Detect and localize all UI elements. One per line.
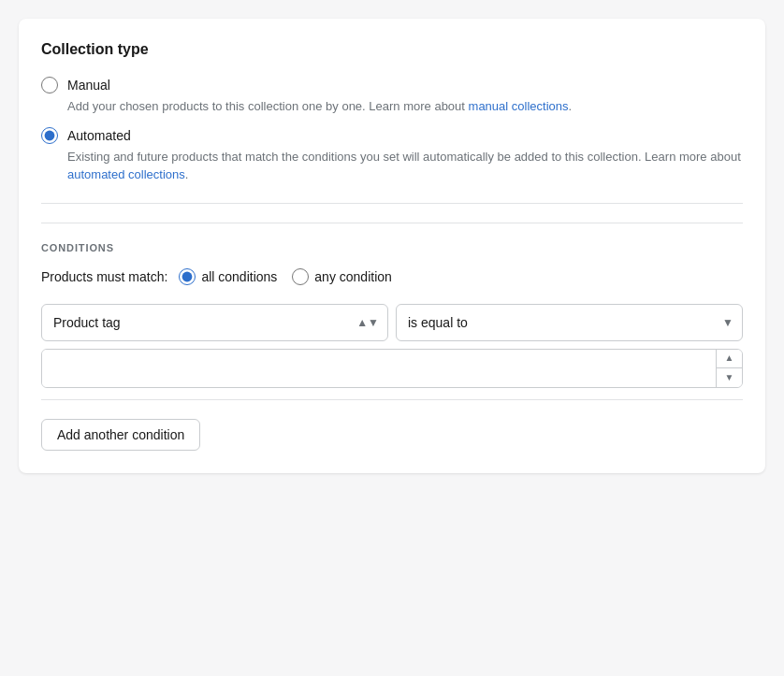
automated-label: Automated xyxy=(67,128,131,143)
manual-description: Add your chosen products to this collect… xyxy=(67,97,743,116)
manual-option: Manual Add your chosen products to this … xyxy=(41,77,743,116)
stepper-buttons: ▲ ▼ xyxy=(716,350,742,387)
automated-radio[interactable] xyxy=(41,127,58,144)
automated-description: Existing and future products that match … xyxy=(67,148,743,184)
match-options: all conditions any condition xyxy=(179,268,391,285)
match-text: Products must match: xyxy=(41,269,167,284)
manual-label-row: Manual xyxy=(41,77,743,93)
any-condition-radio[interactable] xyxy=(292,268,309,285)
add-condition-section: Add another condition xyxy=(41,399,743,451)
all-conditions-radio[interactable] xyxy=(179,268,196,285)
automated-option: Automated Existing and future products t… xyxy=(41,127,743,184)
match-row: Products must match: all conditions any … xyxy=(41,268,743,285)
any-condition-option[interactable]: any condition xyxy=(292,268,392,285)
automated-collections-link[interactable]: automated collections xyxy=(67,167,185,181)
stepper-down-button[interactable]: ▼ xyxy=(717,368,742,387)
condition-row: Product tag Product title Product type P… xyxy=(41,304,743,341)
any-condition-label: any condition xyxy=(314,269,392,284)
collection-type-card: Collection type Manual Add your chosen p… xyxy=(19,19,765,473)
card-title: Collection type xyxy=(41,41,743,58)
manual-radio[interactable] xyxy=(41,77,58,93)
condition-value-row: ▲ ▼ xyxy=(41,349,743,388)
divider-1 xyxy=(41,203,743,204)
condition-type-select[interactable]: Product tag Product title Product type P… xyxy=(41,304,388,341)
condition-value-wrapper: ▲ ▼ xyxy=(41,349,743,388)
condition-operator-wrapper: is equal to is not equal to starts with … xyxy=(396,304,743,341)
add-condition-button[interactable]: Add another condition xyxy=(41,419,200,451)
condition-operator-select[interactable]: is equal to is not equal to starts with … xyxy=(396,304,743,341)
manual-collections-link[interactable]: manual collections xyxy=(469,99,569,113)
stepper-up-button[interactable]: ▲ xyxy=(717,350,742,369)
conditions-section: CONDITIONS Products must match: all cond… xyxy=(41,223,743,388)
automated-label-row: Automated xyxy=(41,127,743,144)
manual-label: Manual xyxy=(67,78,110,93)
condition-type-wrapper: Product tag Product title Product type P… xyxy=(41,304,388,341)
collection-type-radio-group: Manual Add your chosen products to this … xyxy=(41,77,743,184)
conditions-section-label: CONDITIONS xyxy=(41,242,743,253)
condition-value-input[interactable] xyxy=(42,350,716,387)
all-conditions-option[interactable]: all conditions xyxy=(179,268,277,285)
all-conditions-label: all conditions xyxy=(201,269,277,284)
